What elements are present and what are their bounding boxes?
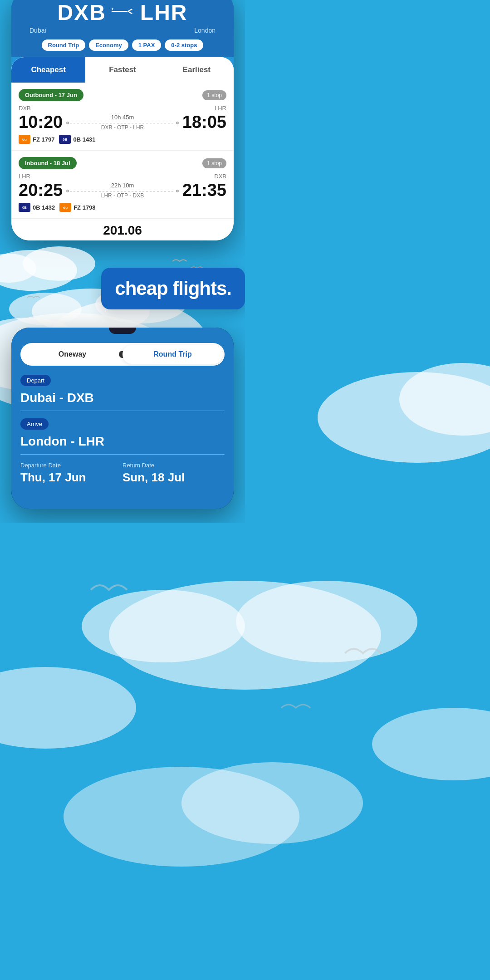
- partial-price: 201.06: [11, 218, 234, 240]
- route-dash: [70, 123, 175, 123]
- tagline-bubble: cheap flights.: [101, 268, 245, 309]
- inbound-header: Inbound - 18 Jul 1 stop: [19, 157, 226, 169]
- tab-cheapest[interactable]: Cheapest: [11, 57, 85, 83]
- tab-fastest[interactable]: Fastest: [85, 57, 159, 83]
- outbound-to-label: LHR: [215, 105, 226, 112]
- sort-tabs: Cheapest Fastest Earliest: [11, 57, 234, 83]
- outbound-times: 10:20 10h 45m DXB - OTP - LHR 18:05: [19, 113, 226, 132]
- departure-date-label: Departure Date: [20, 462, 122, 469]
- departure-date-value[interactable]: Thu, 17 Jun: [20, 470, 122, 485]
- outbound-stop-badge: 1 stop: [202, 90, 226, 100]
- pax-tag[interactable]: 1 PAX: [132, 39, 162, 51]
- search-form: Depart Dubai - DXB Arrive London - LHR D…: [11, 366, 234, 494]
- outbound-section: Outbound - 17 Jun 1 stop DXB LHR 10:20 1…: [19, 89, 226, 144]
- to-city: London: [194, 27, 216, 34]
- outbound-flight1-code: FZ 1797: [33, 136, 54, 143]
- outbound-flight2-code: 0B 1431: [73, 136, 95, 143]
- bottom-phone-mockup: Oneway Round Trip Depart Dubai - DXB Arr…: [11, 328, 234, 509]
- route-dash2: [70, 191, 175, 191]
- outbound-via: DXB - OTP - LHR: [66, 124, 179, 131]
- inbound-section: Inbound - 18 Jul 1 stop LHR DXB 20:25 22…: [19, 157, 226, 212]
- route-dot-right2: [176, 190, 179, 192]
- return-date-field: Return Date Sun, 18 Jul: [122, 462, 225, 485]
- outbound-header: Outbound - 17 Jun 1 stop: [19, 89, 226, 101]
- flight-arrow-icon: ✈: [111, 6, 136, 19]
- outbound-route-info: 10h 45m DXB - OTP - LHR: [63, 114, 182, 131]
- depart-value[interactable]: Dubai - DXB: [20, 391, 225, 411]
- outbound-duration: 10h 45m: [66, 114, 179, 121]
- inbound-arrive-time: 21:35: [182, 181, 226, 200]
- inbound-airline2-logo: du: [59, 203, 71, 212]
- inbound-flight2-code: FZ 1798: [74, 204, 95, 211]
- departure-date-field: Departure Date Thu, 17 Jun: [20, 462, 122, 485]
- inbound-airline1-logo: 0B: [19, 203, 30, 212]
- inbound-flight1-code: 0B 1432: [33, 204, 55, 211]
- phone-notch: [109, 328, 136, 334]
- inbound-duration: 22h 10m: [66, 182, 179, 189]
- airline2-logo: 0B: [59, 135, 71, 144]
- roundtrip-option[interactable]: Round Trip: [122, 345, 223, 364]
- phone-header: DXB ✈ LHR Dubai London: [11, 0, 234, 57]
- inbound-via: LHR - OTP - DXB: [66, 192, 179, 199]
- inbound-badge: Inbound - 18 Jul: [19, 157, 77, 169]
- return-date-label: Return Date: [122, 462, 225, 469]
- inbound-airline2: du FZ 1798: [59, 203, 95, 212]
- airport-row: DXB ✈ LHR: [20, 0, 225, 25]
- inbound-from-label: LHR: [19, 173, 30, 180]
- stops-tag[interactable]: 0-2 stops: [165, 39, 203, 51]
- inbound-depart-time: 20:25: [19, 181, 63, 200]
- trip-type-toggle[interactable]: Oneway Round Trip: [20, 343, 225, 366]
- results-content: Cheapest Fastest Earliest Outbound - 17 …: [11, 57, 234, 240]
- middle-section: cheap flights.: [0, 240, 245, 328]
- price-value: 201.06: [103, 223, 142, 237]
- arrive-value[interactable]: London - LHR: [20, 434, 225, 455]
- oneway-option[interactable]: Oneway: [22, 345, 122, 364]
- inbound-stop-badge: 1 stop: [202, 158, 226, 168]
- from-city: Dubai: [29, 27, 46, 34]
- dates-row: Departure Date Thu, 17 Jun Return Date S…: [20, 462, 225, 485]
- svg-text:✈: ✈: [111, 7, 114, 11]
- outbound-badge: Outbound - 17 Jun: [19, 89, 83, 101]
- tab-earliest[interactable]: Earliest: [160, 57, 234, 83]
- section-divider: [11, 150, 234, 151]
- to-airport-code: LHR: [140, 0, 188, 25]
- outbound-arrive-time: 18:05: [182, 113, 226, 132]
- depart-label: Depart: [20, 375, 51, 386]
- cabin-tag[interactable]: Economy: [89, 39, 128, 51]
- outbound-airline1: du FZ 1797: [19, 135, 54, 144]
- outbound-route: DXB LHR: [19, 105, 226, 112]
- outbound-from-label: DXB: [19, 105, 31, 112]
- outbound-airline2: 0B 0B 1431: [59, 135, 95, 144]
- arrive-label: Arrive: [20, 418, 49, 430]
- search-tags: Round Trip Economy 1 PAX 0-2 stops: [20, 39, 225, 57]
- inbound-times: 20:25 22h 10m LHR - OTP - DXB 21:35: [19, 181, 226, 200]
- airline1-logo: du: [19, 135, 30, 144]
- inbound-airline1: 0B 0B 1432: [19, 203, 55, 212]
- route-dot-right: [176, 122, 179, 124]
- inbound-route: LHR DXB: [19, 173, 226, 180]
- inbound-airlines: 0B 0B 1432 du FZ 1798: [19, 203, 226, 212]
- from-airport-code: DXB: [58, 0, 106, 25]
- top-phone-mockup: DXB ✈ LHR Dubai London: [11, 0, 234, 240]
- inbound-to-label: DXB: [214, 173, 226, 180]
- tagline-text: cheap flights.: [115, 278, 231, 299]
- outbound-depart-time: 10:20: [19, 113, 63, 132]
- outbound-airlines: du FZ 1797 0B 0B 1431: [19, 135, 226, 144]
- inbound-route-info: 22h 10m LHR - OTP - DXB: [63, 182, 182, 199]
- return-date-value[interactable]: Sun, 18 Jul: [122, 470, 225, 485]
- trip-type-tag[interactable]: Round Trip: [42, 39, 86, 51]
